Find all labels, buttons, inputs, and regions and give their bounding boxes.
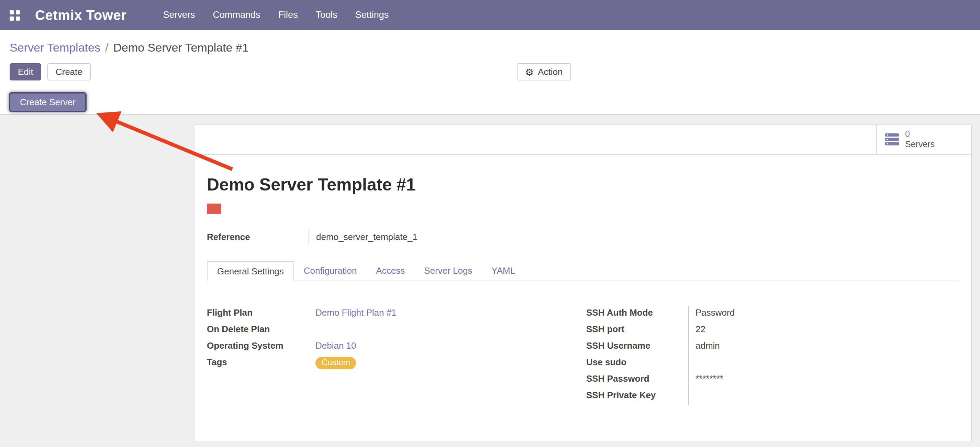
servers-stat-button[interactable]: 0 Servers: [876, 125, 971, 154]
ssh-port-value: 22: [688, 322, 959, 339]
create-button[interactable]: Create: [48, 63, 91, 80]
tags-label: Tags: [207, 355, 309, 372]
apps-grid-icon[interactable]: [10, 10, 20, 20]
servers-count: 0: [905, 129, 935, 140]
ssh-private-key-value: [688, 388, 959, 405]
content-area: 0 Servers Demo Server Template #1 Refere…: [0, 115, 980, 447]
breadcrumb: Server Templates/Demo Server Template #1: [10, 41, 970, 55]
flight-plan-link[interactable]: Demo Flight Plan #1: [315, 307, 396, 318]
edit-button[interactable]: Edit: [10, 63, 41, 80]
reference-field: Reference demo_server_template_1: [207, 229, 959, 244]
button-row: Edit Create ⚙ Action: [10, 63, 970, 81]
ssh-username-value: admin: [688, 339, 959, 355]
ssh-auth-mode-label: SSH Auth Mode: [586, 306, 688, 322]
flight-plan-label: Flight Plan: [207, 306, 309, 322]
reference-label: Reference: [207, 229, 309, 244]
stat-button-box: 0 Servers: [194, 125, 971, 155]
ssh-private-key-label: SSH Private Key: [586, 388, 688, 405]
menu-item-commands[interactable]: Commands: [204, 0, 269, 30]
tab-configuration[interactable]: Configuration: [294, 261, 367, 281]
tab-server-logs[interactable]: Server Logs: [414, 261, 482, 281]
ssh-port-label: SSH port: [586, 322, 688, 339]
breadcrumb-separator: /: [105, 41, 108, 54]
create-server-button[interactable]: Create Server: [9, 92, 87, 112]
breadcrumb-current: Demo Server Template #1: [113, 41, 248, 54]
menu-item-servers[interactable]: Servers: [154, 0, 204, 30]
left-field-group: Flight Plan Demo Flight Plan #1 On Delet…: [207, 306, 574, 405]
field-groups: Flight Plan Demo Flight Plan #1 On Delet…: [207, 306, 959, 405]
use-sudo-value: [688, 355, 959, 372]
sheet-body: Demo Server Template #1 Reference demo_s…: [194, 176, 971, 405]
breadcrumb-parent-link[interactable]: Server Templates: [10, 41, 100, 54]
tab-bar: General Settings Configuration Access Se…: [207, 261, 959, 281]
app-title[interactable]: Cetmix Tower: [35, 7, 127, 23]
tag-custom: Custom: [315, 356, 356, 369]
menu-item-tools[interactable]: Tools: [307, 0, 346, 30]
gear-icon: ⚙: [525, 67, 534, 77]
servers-label: Servers: [905, 140, 935, 150]
tab-yaml[interactable]: YAML: [482, 261, 525, 281]
servers-icon: [885, 133, 899, 146]
stat-text: 0 Servers: [905, 129, 935, 150]
record-title: Demo Server Template #1: [207, 176, 959, 194]
on-delete-plan-label: On Delete Plan: [207, 322, 309, 339]
action-button[interactable]: ⚙ Action: [517, 63, 571, 80]
use-sudo-label: Use sudo: [586, 355, 688, 372]
tab-access[interactable]: Access: [366, 261, 414, 281]
operating-system-link[interactable]: Debian 10: [315, 340, 356, 350]
reference-value: demo_server_template_1: [309, 229, 959, 244]
color-swatch: [207, 203, 221, 214]
ssh-username-label: SSH Username: [586, 339, 688, 355]
operating-system-label: Operating System: [207, 339, 309, 355]
ssh-password-value: ********: [688, 372, 959, 388]
on-delete-plan-value: [309, 322, 574, 339]
control-panel: Server Templates/Demo Server Template #1…: [0, 30, 980, 115]
page: Cetmix Tower Servers Commands Files Tool…: [0, 0, 980, 447]
right-field-group: SSH Auth Mode Password SSH port 22 SSH U…: [586, 306, 959, 405]
top-navbar: Cetmix Tower Servers Commands Files Tool…: [0, 0, 980, 30]
form-sheet: 0 Servers Demo Server Template #1 Refere…: [194, 125, 972, 442]
notebook: General Settings Configuration Access Se…: [207, 261, 959, 405]
menu-item-settings[interactable]: Settings: [346, 0, 398, 30]
menu-item-files[interactable]: Files: [269, 0, 307, 30]
action-button-label: Action: [538, 67, 563, 77]
ssh-auth-mode-value: Password: [688, 306, 959, 322]
ssh-password-label: SSH Password: [586, 372, 688, 388]
main-menu: Servers Commands Files Tools Settings: [154, 0, 398, 30]
tab-general-settings[interactable]: General Settings: [207, 261, 294, 281]
